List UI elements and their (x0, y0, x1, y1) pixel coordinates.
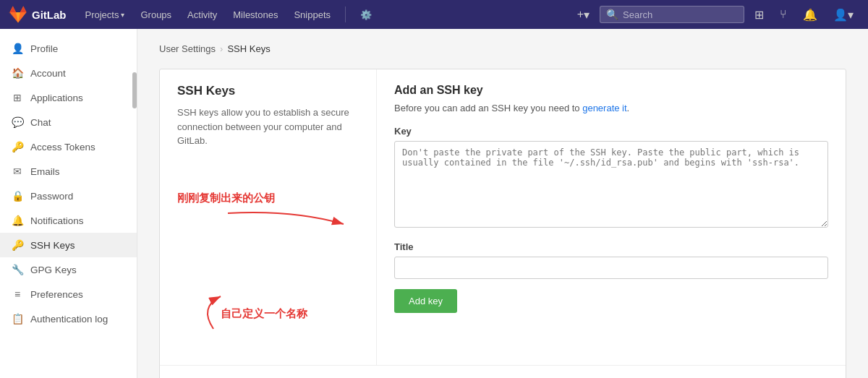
breadcrumb-current: SSH Keys (227, 43, 270, 54)
add-key-button[interactable]: Add key (394, 289, 457, 313)
merge-icon-btn[interactable]: ⑂ (774, 4, 793, 25)
two-col-layout: SSH Keys SSH keys allow you to establish… (160, 69, 846, 365)
title-input[interactable] (394, 257, 828, 279)
annotation-text-1: 刚刚复制出来的公钥 (177, 192, 275, 204)
generate-link[interactable]: generate it (582, 103, 626, 113)
sidebar-item-auth-log[interactable]: 📋 Authentication log (0, 306, 137, 331)
sidebar-item-account[interactable]: 🏠 Account (0, 61, 137, 85)
password-icon: 🔒 (12, 190, 23, 202)
sidebar-label-emails: Emails (30, 166, 60, 177)
navbar-right: +▾ 🔍 ⊞ ⑂ 🔔 👤▾ (571, 4, 859, 25)
sidebar: 👤 Profile 🏠 Account ⊞ Applications 💬 Cha… (0, 29, 137, 378)
search-box[interactable]: 🔍 (600, 6, 744, 23)
brand-label: GitLab (32, 9, 67, 21)
layout-icon-btn[interactable]: ⊞ (749, 4, 770, 25)
nav-snippets[interactable]: Snippets (286, 5, 338, 25)
sidebar-label-password: Password (30, 191, 73, 202)
annotation-area-2: 自己定义一个名称 (177, 307, 359, 351)
desc-suffix: . (627, 103, 630, 113)
navbar-nav: Projects Groups Activity Milestones Snip… (78, 5, 571, 25)
panel-title: SSH Keys (177, 84, 359, 98)
account-icon: 🏠 (12, 67, 23, 79)
nav-wrench[interactable]: ⚙️ (353, 5, 379, 25)
nav-groups[interactable]: Groups (133, 5, 179, 25)
breadcrumb: User Settings › SSH Keys (159, 43, 846, 54)
left-column: SSH Keys SSH keys allow you to establish… (160, 69, 377, 365)
sidebar-label-account: Account (30, 68, 66, 79)
chat-icon: 💬 (12, 116, 23, 128)
user-menu[interactable]: 👤▾ (827, 4, 859, 25)
add-key-title: Add an SSH key (394, 84, 828, 97)
sidebar-item-access-tokens[interactable]: 🔑 Access Tokens (0, 134, 137, 159)
profile-icon: 👤 (12, 43, 23, 54)
sidebar-label-gpg-keys: GPG Keys (30, 265, 77, 275)
sidebar-label-access-tokens: Access Tokens (30, 142, 95, 153)
sidebar-label-ssh-keys: SSH Keys (30, 240, 75, 251)
sidebar-label-preferences: Preferences (30, 289, 83, 300)
sidebar-label-applications: Applications (30, 93, 83, 103)
breadcrumb-parent[interactable]: User Settings (159, 43, 216, 54)
nav-milestones[interactable]: Milestones (226, 5, 285, 25)
applications-icon: ⊞ (12, 92, 23, 103)
sidebar-item-profile[interactable]: 👤 Profile (0, 36, 137, 61)
nav-projects[interactable]: Projects (78, 5, 132, 25)
main-content: User Settings › SSH Keys SSH Keys SSH ke… (137, 29, 868, 378)
breadcrumb-separator: › (220, 43, 223, 54)
sidebar-label-auth-log: Authentication log (30, 314, 108, 325)
notifications-icon: 🔔 (12, 215, 23, 226)
access-tokens-icon: 🔑 (12, 141, 23, 153)
sidebar-label-notifications: Notifications (30, 215, 84, 226)
sidebar-item-password[interactable]: 🔒 Password (0, 184, 137, 208)
scroll-indicator (132, 72, 137, 108)
nav-activity[interactable]: Activity (180, 5, 224, 25)
bell-icon-btn[interactable]: 🔔 (797, 4, 823, 25)
auth-log-icon: 📋 (12, 313, 23, 325)
ssh-keys-icon: 🔑 (12, 239, 23, 251)
right-column: Add an SSH key Before you can add an SSH… (377, 69, 846, 365)
sidebar-item-preferences[interactable]: ≡ Preferences (0, 282, 137, 306)
arrow-svg-2 (177, 293, 250, 336)
panel-description: SSH keys allow you to establish a secure… (177, 106, 359, 148)
desc-prefix: Before you can add an SSH key you need t… (394, 103, 582, 113)
emails-icon: ✉ (12, 166, 23, 177)
plus-button[interactable]: +▾ (571, 4, 595, 25)
preferences-icon: ≡ (12, 288, 23, 300)
title-label: Title (394, 241, 828, 252)
arrow-svg-1 (221, 206, 351, 242)
content-panel: SSH Keys SSH keys allow you to establish… (159, 69, 846, 378)
sidebar-label-chat: Chat (30, 117, 51, 128)
gpg-keys-icon: 🔧 (12, 264, 23, 275)
brand-logo[interactable]: GitLab (9, 5, 67, 24)
page-wrapper: 👤 Profile 🏠 Account ⊞ Applications 💬 Cha… (0, 29, 868, 378)
key-textarea[interactable] (394, 141, 828, 228)
navbar: GitLab Projects Groups Activity Mileston… (0, 0, 868, 29)
search-icon: 🔍 (606, 9, 618, 20)
sidebar-item-emails[interactable]: ✉ Emails (0, 159, 137, 184)
nav-divider (345, 7, 346, 22)
sidebar-label-profile: Profile (30, 43, 58, 54)
sidebar-item-ssh-keys[interactable]: 🔑 SSH Keys (0, 233, 137, 257)
your-keys-section: Your SSH keys (1) 🔑 1154706899@qq.com ob… (160, 365, 846, 379)
sidebar-item-applications[interactable]: ⊞ Applications (0, 85, 137, 110)
annotation-area-1: 刚刚复制出来的公钥 (177, 192, 359, 278)
search-input[interactable] (623, 9, 738, 20)
sidebar-item-gpg-keys[interactable]: 🔧 GPG Keys (0, 257, 137, 282)
sidebar-item-chat[interactable]: 💬 Chat (0, 110, 137, 134)
sidebar-item-notifications[interactable]: 🔔 Notifications (0, 208, 137, 233)
add-key-desc: Before you can add an SSH key you need t… (394, 101, 828, 116)
key-label: Key (394, 126, 828, 137)
